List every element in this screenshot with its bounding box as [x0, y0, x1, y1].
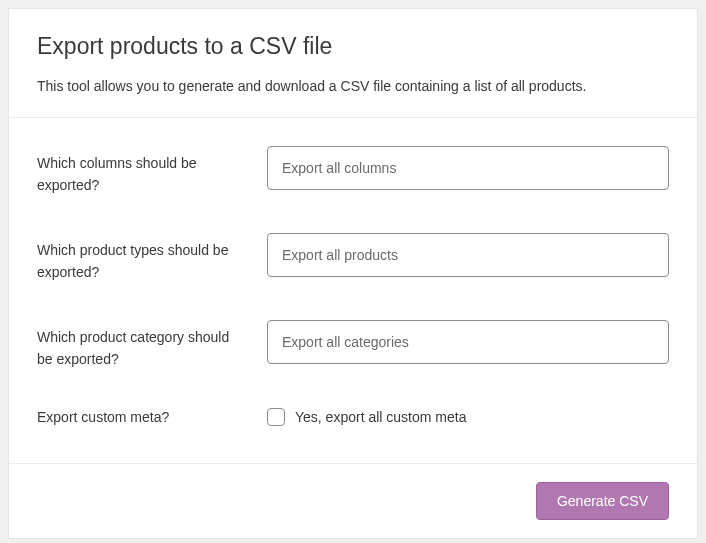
- panel-header: Export products to a CSV file This tool …: [9, 9, 697, 117]
- category-row: Which product category should be exporte…: [37, 302, 669, 389]
- page-title: Export products to a CSV file: [37, 33, 669, 60]
- columns-label: Which columns should be exported?: [37, 146, 267, 197]
- category-select-placeholder: Export all categories: [282, 334, 409, 350]
- meta-checkbox[interactable]: [267, 408, 285, 426]
- columns-row: Which columns should be exported? Export…: [37, 128, 669, 215]
- types-field-wrapper: Export all products: [267, 233, 669, 277]
- export-panel: Export products to a CSV file This tool …: [8, 8, 698, 539]
- category-field-wrapper: Export all categories: [267, 320, 669, 364]
- types-select[interactable]: Export all products: [267, 233, 669, 277]
- meta-checkbox-label: Yes, export all custom meta: [295, 409, 466, 425]
- page-description: This tool allows you to generate and dow…: [37, 76, 669, 97]
- meta-field-wrapper: Yes, export all custom meta: [267, 406, 669, 426]
- category-select[interactable]: Export all categories: [267, 320, 669, 364]
- panel-footer: Generate CSV: [9, 463, 697, 538]
- meta-label: Export custom meta?: [37, 406, 267, 428]
- columns-select[interactable]: Export all columns: [267, 146, 669, 190]
- types-select-placeholder: Export all products: [282, 247, 398, 263]
- generate-csv-button[interactable]: Generate CSV: [536, 482, 669, 520]
- form-section: Which columns should be exported? Export…: [9, 117, 697, 463]
- category-label: Which product category should be exporte…: [37, 320, 267, 371]
- types-row: Which product types should be exported? …: [37, 215, 669, 302]
- meta-checkbox-wrapper: Yes, export all custom meta: [267, 406, 669, 426]
- meta-row: Export custom meta? Yes, export all cust…: [37, 388, 669, 446]
- types-label: Which product types should be exported?: [37, 233, 267, 284]
- columns-field-wrapper: Export all columns: [267, 146, 669, 190]
- columns-select-placeholder: Export all columns: [282, 160, 396, 176]
